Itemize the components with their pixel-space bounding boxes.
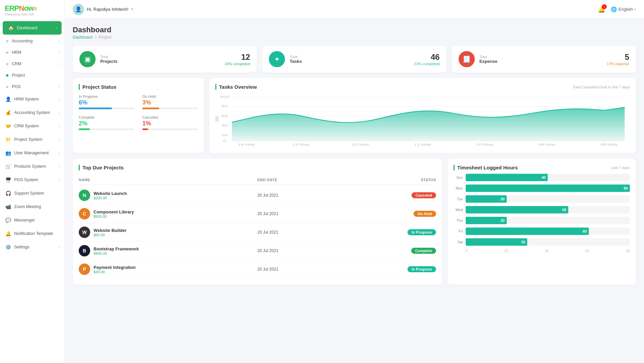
bar-day-tue: Tue (454, 197, 463, 201)
nav-arrow-dashboard: › (56, 26, 57, 30)
sidebar-item-notification-template[interactable]: 🔔Notification Template (0, 227, 64, 240)
progress-fill-canceled (142, 128, 148, 130)
sidebar-item-dashboard[interactable]: 🏠Dashboard› (3, 21, 62, 35)
bottom-row: Top Due Projects NAME END DATE STATUS N … (73, 159, 636, 285)
bar-bg-sat: 30 (466, 238, 630, 246)
svg-text:20: 20 (221, 133, 228, 137)
sidebar-item-project[interactable]: Project (0, 70, 64, 81)
progress-bar-in-progress (79, 108, 134, 109)
bar-axis-label: 40 (545, 249, 549, 253)
bar-day-sat: Sat (454, 240, 463, 244)
bar-row-mon: Mon 80 (454, 185, 630, 192)
project-info-payment-integration: Payment Integration $30.00 (94, 265, 257, 274)
project-name-cell: C Component Library $500.00 (79, 208, 257, 219)
table-row[interactable]: P Payment Integration $30.00 20 Jul 2021… (79, 260, 436, 279)
sidebar-item-hrm[interactable]: HRM› (0, 47, 64, 58)
table-row[interactable]: W Website Builder $80.00 20 Jul 2021 In … (79, 223, 436, 242)
sidebar-item-project-system[interactable]: 📁Project System› (0, 133, 64, 146)
nav-label-crm-system: CRM System (14, 124, 59, 128)
notification-button[interactable]: 🔔 3 (598, 6, 605, 13)
table-row[interactable]: N Website Launch $200.00 20 Jul 2021 Can… (79, 186, 436, 205)
projects-table-body: N Website Launch $200.00 20 Jul 2021 Can… (79, 186, 436, 279)
sidebar-item-accounting-system[interactable]: 💰Accounting System› (0, 106, 64, 119)
nav-label-messenger: Messenger (14, 218, 60, 223)
bar-row-sat: Sat 30 (454, 238, 630, 246)
svg-text:11-May: 11-May (414, 143, 431, 146)
user-dropdown-icon[interactable]: ▾ (131, 7, 133, 11)
sidebar-item-hrm-system[interactable]: 👤HRM System› (0, 92, 64, 106)
timesheet-header: Timesheet Logged Hours Last 7 days (454, 165, 630, 170)
sidebar-item-crm-system[interactable]: 🤝CRM System› (0, 119, 64, 133)
nav-label-project: Project (12, 73, 60, 78)
stat-title-projects: Projects (100, 59, 220, 64)
nav-dot-project (6, 74, 8, 77)
stat-card-projects: ▣ Total Projects 12 16% completed (73, 46, 257, 73)
nav-label-pos-system: POS System (14, 177, 59, 182)
nav-label-pos: POS (12, 84, 59, 89)
project-name-website-launch: Website Launch (94, 191, 257, 196)
project-status-card: Project Status In Progress 6% On Hold 3%… (73, 78, 204, 153)
sidebar-item-pos[interactable]: POS› (0, 81, 64, 92)
project-name-cell: P Payment Integration $30.00 (79, 264, 257, 275)
area-chart-wrapper: 100 80 60 40 20 0 Task (215, 92, 630, 147)
nav-icon-notification-template: 🔔 (5, 230, 11, 237)
project-name-cell: W Website Builder $80.00 (79, 227, 257, 238)
table-row[interactable]: C Component Library $500.00 20 Jul 2021 … (79, 205, 436, 223)
status-badge-website-launch: Canceled (412, 192, 436, 198)
nav-label-settings: Settings (14, 245, 59, 249)
progress-bar-complete (79, 128, 134, 130)
project-avatar-website-launch: N (79, 190, 90, 201)
status-label-in-progress: In Progress (79, 94, 134, 98)
mid-row: Project Status In Progress 6% On Hold 3%… (73, 78, 636, 153)
sidebar-item-pos-system[interactable]: 🖥️POS System› (0, 173, 64, 187)
nav-icon-user-management: 👥 (5, 150, 11, 156)
stat-icon-expense: 🧾 (459, 51, 475, 67)
breadcrumb: Dashboard > Project (73, 35, 636, 40)
stat-value-expense: 5 (607, 52, 629, 62)
breadcrumb-home[interactable]: Dashboard (73, 35, 93, 40)
sidebar-item-products-system[interactable]: 🛒Products System› (0, 160, 64, 173)
stat-cards: ▣ Total Projects 12 16% completed ✦ Tota… (73, 46, 636, 73)
status-pct-in-progress: 6% (79, 99, 134, 106)
sidebar-item-messenger[interactable]: 💬Messenger (0, 213, 64, 227)
project-avatar-website-builder: W (79, 227, 90, 238)
nav-label-dashboard: Dashboard (17, 26, 56, 30)
sidebar-item-zoom-meeting[interactable]: 📹Zoom Meeting (0, 200, 64, 213)
progress-fill-on-hold (142, 108, 159, 109)
nav-label-products-system: Products System (14, 164, 59, 169)
sidebar-item-settings[interactable]: ⚙️Settings› (0, 240, 64, 254)
project-status-payment-integration: In Progress (365, 266, 436, 272)
nav-arrow-crm-system: › (59, 124, 60, 128)
nav-icon-crm-system: 🤝 (5, 123, 11, 129)
header-user[interactable]: 👤 Hi, Rajodiya Infotech! ▾ (73, 4, 133, 15)
table-row[interactable]: B Bootstrap Framework $900.00 20 Jul 202… (79, 242, 436, 260)
nav-arrow-accounting: › (59, 39, 60, 43)
sidebar-item-support-system[interactable]: 🎧Support System (0, 187, 64, 200)
bar-axis-label: 0 (466, 249, 468, 253)
project-price-website-builder: $80.00 (94, 233, 257, 237)
bar-day-sun: Sun (454, 175, 463, 179)
project-name-bootstrap-framework: Bootstrap Framework (94, 246, 257, 251)
bar-day-thu: Thu (454, 218, 463, 223)
project-price-website-launch: $200.00 (94, 196, 257, 200)
timesheet-chart: Sun 40 Mon 80 Tue 20 Wed 50 Thu 20 Fri 6… (454, 174, 630, 246)
header: 👤 Hi, Rajodiya Infotech! ▾ 🔔 3 🌐 English… (65, 0, 644, 19)
project-price-bootstrap-framework: $900.00 (94, 251, 257, 255)
nav-label-hrm: HRM (12, 50, 59, 55)
timesheet-card: Timesheet Logged Hours Last 7 days Sun 4… (448, 159, 636, 285)
logo: ERPNow≡ Powered by Sino Soft (0, 0, 64, 21)
sidebar: ERPNow≡ Powered by Sino Soft 🏠Dashboard›… (0, 0, 65, 363)
sidebar-item-user-management[interactable]: 👥User Management› (0, 146, 64, 160)
sidebar-item-accounting[interactable]: Accounting› (0, 35, 64, 47)
bar-row-fri: Fri 60 (454, 228, 630, 235)
project-avatar-payment-integration: P (79, 264, 90, 275)
timesheet-subtitle: Last 7 days (611, 166, 630, 170)
nav-arrow-pos: › (59, 85, 60, 89)
nav-arrow-pos-system: › (59, 178, 60, 182)
project-status-component-library: On Hold (365, 211, 436, 217)
logo-sub: Powered by Sino Soft (5, 13, 60, 16)
project-date-website-launch: 20 Jul 2021 (257, 193, 365, 198)
sidebar-item-crm[interactable]: CRM› (0, 58, 64, 70)
bar-bg-thu: 20 (466, 217, 630, 224)
language-button[interactable]: 🌐 English ▾ (611, 6, 636, 12)
